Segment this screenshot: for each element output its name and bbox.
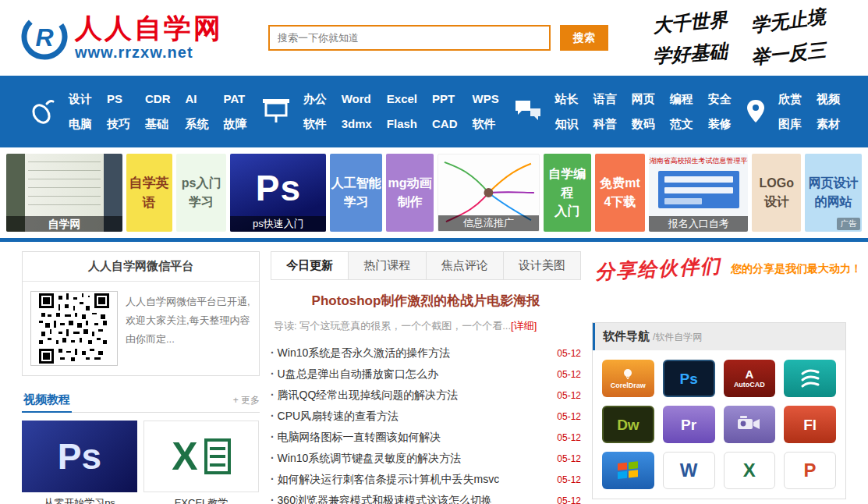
banner-zixuewang[interactable]: 自学网 [6, 154, 122, 232]
nav-link[interactable]: PPT [432, 92, 458, 107]
nav-link[interactable]: WPS [473, 92, 499, 107]
dreamweaver-icon[interactable]: Dw [602, 406, 654, 443]
share-message: 您的分享是我们最大动力！ [731, 262, 862, 276]
powerpoint-icon[interactable]: P [784, 452, 836, 489]
nav-link[interactable]: 安全 [708, 92, 732, 107]
word-icon[interactable]: W [663, 452, 715, 489]
news-title[interactable]: 如何解决运行刺客信条提示计算机中丢失msvc [271, 473, 551, 487]
nav-link[interactable]: CAD [432, 117, 458, 132]
banner-ps-intro[interactable]: ps入门 学习 [176, 154, 227, 232]
nav-link[interactable]: Flash [387, 117, 417, 132]
nav-link[interactable]: 3dmx [342, 117, 372, 132]
nav-link[interactable]: 素材 [817, 117, 840, 132]
software-nav-panel: 软件导航 /软件自学网 CorelDraw Ps A AutoCAD [592, 322, 846, 499]
icon-label: CorelDraw [611, 382, 646, 389]
main-navbar: 设计 PS CDR AI PAT 电脑 技巧 基础 系统 故障 办公 Word … [0, 76, 868, 147]
news-date: 05-12 [557, 495, 581, 504]
excel-icon[interactable]: X [724, 452, 776, 489]
nav-link[interactable]: 设计 [69, 92, 92, 107]
teal-app-icon[interactable] [784, 360, 836, 397]
nav-links: 欣赏 视频 图库 素材 [778, 92, 840, 132]
banner-exam-signup[interactable]: 湖南省高校招生考试信息管理平台 报名入口自考 [649, 154, 748, 232]
nav-link[interactable]: 基础 [145, 117, 171, 132]
excel-thumbnail: X [143, 421, 259, 492]
nav-link[interactable]: 语言 [593, 92, 617, 107]
icon-label: Pr [681, 417, 696, 432]
site-logo[interactable]: R 人人自学网 www.rrzxw.net [20, 12, 223, 64]
nav-link[interactable]: 软件 [473, 117, 499, 132]
banner-mg-animation[interactable]: mg动画 制作 [386, 154, 434, 232]
nav-link[interactable]: 站长 [555, 92, 579, 107]
banner-english[interactable]: 自学英语 [126, 154, 172, 232]
nav-link[interactable]: AI [186, 92, 209, 107]
nav-link[interactable]: 网页 [632, 92, 655, 107]
nav-group-office: 办公 Word Excel PPT WPS 软件 3dmx Flash CAD … [261, 92, 499, 132]
detail-link[interactable]: [详细] [511, 320, 537, 332]
nav-link[interactable]: 欣赏 [778, 92, 802, 107]
video-item-excel[interactable]: X EXCEL教学 [143, 421, 259, 504]
tab-design-gallery[interactable]: 设计美图 [503, 252, 580, 279]
more-link[interactable]: + 更多 [233, 394, 260, 407]
chat-bubbles-icon [513, 98, 543, 125]
featured-article-title[interactable]: Photoshop制作激烈的枪战片电影海报 [274, 292, 578, 310]
lead-text: 导读: 写个这玩意真的很累，一个个截图，一个个看... [274, 320, 511, 332]
news-title[interactable]: 360浏览器兼容模式和极速模式这该怎么切换 [271, 494, 551, 504]
nav-link[interactable]: 范文 [670, 117, 693, 132]
banner-label: 学习 [331, 193, 381, 211]
autocad-icon[interactable]: A AutoCAD [724, 360, 776, 397]
nav-link[interactable]: 装修 [708, 117, 732, 132]
nav-link[interactable]: 视频 [817, 92, 840, 107]
site-header: R 人人自学网 www.rrzxw.net 搜索 大千世界 学无止境 学好基础 … [0, 0, 868, 76]
nav-link[interactable]: 电脑 [69, 117, 92, 132]
video-item-ps[interactable]: Ps 从零开始学习ps [22, 421, 137, 504]
banner-mt4[interactable]: 免费mt 4下载 [595, 154, 646, 232]
nav-link[interactable]: PS [107, 92, 130, 107]
nav-link[interactable]: Word [342, 92, 372, 107]
banner-logo-design[interactable]: LOGo 设计 [752, 154, 801, 232]
coreldraw-icon[interactable]: CorelDraw [602, 360, 654, 397]
windows-icon[interactable] [602, 452, 654, 489]
nav-link[interactable]: 故障 [224, 117, 247, 132]
nav-link[interactable]: 知识 [555, 117, 579, 132]
nav-link[interactable]: CDR [145, 92, 171, 107]
banner-ai-learning[interactable]: 人工智能 学习 [330, 154, 382, 232]
search-input[interactable] [268, 25, 551, 51]
news-title[interactable]: 腾讯QQ经常出现掉线问题的解决方法 [271, 389, 551, 403]
banner-label: 自学英语 [126, 173, 172, 213]
site-name: 人人自学网 [75, 14, 223, 43]
nav-link[interactable]: 系统 [186, 117, 209, 132]
nav-link[interactable]: 数码 [632, 117, 655, 132]
video-camera-icon[interactable] [724, 406, 776, 443]
nav-link[interactable]: 图库 [778, 117, 802, 132]
nav-link[interactable]: PAT [224, 92, 247, 107]
exam-site-title: 湖南省高校招生考试信息管理平台 [649, 156, 748, 166]
news-item: Win10系统调节键盘灵敏度的解决方法 05-12 [271, 448, 581, 469]
photoshop-icon[interactable]: Ps [663, 360, 715, 397]
nav-link[interactable]: 软件 [303, 117, 327, 132]
news-title[interactable]: U盘总是弹出自动播放窗口怎么办 [271, 367, 551, 382]
banner-ps-quickstart[interactable]: Ps ps快速入门 [230, 154, 326, 232]
nav-link[interactable]: 编程 [670, 92, 693, 107]
nav-link[interactable]: 科普 [593, 117, 617, 132]
share-calligraphy: 分享给伙伴们 [594, 253, 722, 285]
banner-coding[interactable]: 自学编程 入门 [544, 154, 591, 232]
whiteboard-image [28, 161, 101, 213]
news-title[interactable]: Win10系统是否永久激活的操作方法 [271, 346, 551, 360]
banner-web-design[interactable]: 网页设计 的网站 广告 [805, 154, 862, 232]
tab-hot-courses[interactable]: 热门课程 [348, 252, 425, 279]
premiere-icon[interactable]: Pr [663, 406, 715, 443]
wechat-panel: 人人自学网微信平台 [22, 251, 260, 376]
featured-article: Photoshop制作激烈的枪战片电影海报 导读: 写个这玩意真的很累，一个个截… [271, 280, 581, 336]
tab-focus-comments[interactable]: 焦点评论 [426, 252, 503, 279]
search-button[interactable]: 搜索 [560, 25, 608, 51]
nav-link[interactable]: 技巧 [107, 117, 130, 132]
flash-icon[interactable]: Fl [784, 406, 836, 443]
software-nav-subtitle: /软件自学网 [653, 331, 702, 344]
banner-info-flow[interactable]: 信息流推广 [438, 154, 540, 232]
news-title[interactable]: 电脑网络图标一直转圈该如何解决 [271, 431, 551, 445]
news-title[interactable]: CPU风扇转速的查看方法 [271, 410, 551, 424]
tab-today-updates[interactable]: 今日更新 [271, 252, 348, 279]
nav-link[interactable]: 办公 [303, 92, 327, 107]
nav-link[interactable]: Excel [387, 92, 417, 107]
news-title[interactable]: Win10系统调节键盘灵敏度的解决方法 [271, 452, 551, 466]
